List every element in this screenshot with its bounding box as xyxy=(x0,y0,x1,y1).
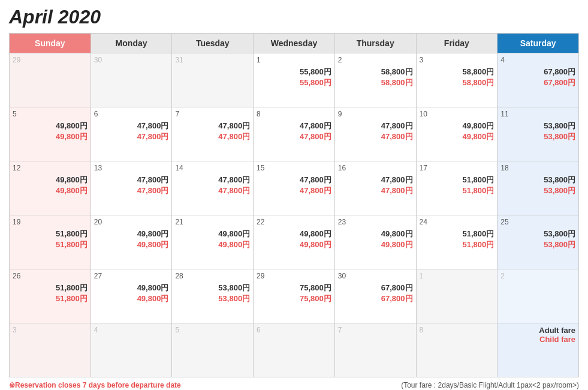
day-number: 19 xyxy=(13,218,88,226)
child-fare: 75,800円 xyxy=(257,293,331,304)
child-fare: 49,800円 xyxy=(94,239,169,250)
day-number: 8 xyxy=(257,110,331,118)
calendar-cell: 2249,800円49,800円 xyxy=(254,215,335,269)
calendar-cell: 1249,800円49,800円 xyxy=(10,161,91,215)
legend-cell: Adult fareChild fare xyxy=(497,323,579,377)
child-fare: 53,800円 xyxy=(500,239,575,250)
child-fare: 51,800円 xyxy=(420,239,494,250)
child-fare: 49,800円 xyxy=(94,293,169,304)
header-wednesday: Wednesday xyxy=(254,34,335,53)
child-fare: 53,800円 xyxy=(500,185,575,196)
day-number: 13 xyxy=(94,164,169,172)
day-number: 4 xyxy=(500,56,575,64)
day-number: 5 xyxy=(175,326,250,334)
calendar-cell: 2451,800円51,800円 xyxy=(416,215,497,269)
child-fare: 49,800円 xyxy=(13,131,88,142)
day-number: 17 xyxy=(420,164,494,172)
adult-fare: 53,800円 xyxy=(500,229,575,239)
child-fare: 49,800円 xyxy=(257,239,331,250)
calendar-cell: 358,800円58,800円 xyxy=(416,53,497,107)
calendar-cell: 2651,800円51,800円 xyxy=(10,269,91,323)
child-fare: 55,800円 xyxy=(257,77,331,88)
calendar-cell: 947,800円47,800円 xyxy=(334,107,416,161)
child-fare: 49,800円 xyxy=(13,185,88,196)
adult-fare: 51,800円 xyxy=(420,175,494,185)
child-fare: 58,800円 xyxy=(338,77,413,88)
adult-fare: 67,800円 xyxy=(338,283,413,293)
day-number: 26 xyxy=(13,272,88,280)
day-number: 2 xyxy=(338,56,413,64)
adult-fare: 58,800円 xyxy=(338,67,413,77)
month-title: April 2020 xyxy=(9,6,579,28)
day-number: 8 xyxy=(420,326,494,334)
header-thursday: Thursday xyxy=(334,34,416,53)
adult-fare: 53,800円 xyxy=(500,121,575,131)
child-fare: 47,800円 xyxy=(257,131,331,142)
child-fare: 49,800円 xyxy=(420,131,494,142)
day-number: 31 xyxy=(175,56,250,64)
adult-fare: 47,800円 xyxy=(257,121,331,131)
day-number: 3 xyxy=(13,326,88,334)
day-number: 29 xyxy=(257,272,331,280)
day-number: 2 xyxy=(500,272,575,280)
header-friday: Friday xyxy=(416,34,497,53)
child-fare: 67,800円 xyxy=(338,293,413,304)
day-number: 6 xyxy=(94,110,169,118)
day-number: 21 xyxy=(175,218,250,226)
adult-fare: 55,800円 xyxy=(257,67,331,77)
adult-fare: 51,800円 xyxy=(13,229,88,239)
calendar-cell: 8 xyxy=(416,323,497,377)
day-number: 1 xyxy=(420,272,494,280)
adult-fare: 58,800円 xyxy=(420,67,494,77)
calendar-cell: 549,800円49,800円 xyxy=(10,107,91,161)
calendar-cell: 2 xyxy=(497,269,579,323)
calendar-cell: 4 xyxy=(91,323,172,377)
adult-fare: 47,800円 xyxy=(257,175,331,185)
calendar-cell: 31 xyxy=(172,53,254,107)
adult-fare: 67,800円 xyxy=(500,67,575,77)
day-number: 15 xyxy=(257,164,331,172)
day-number: 4 xyxy=(94,326,169,334)
child-fare: 53,800円 xyxy=(500,131,575,142)
header-tuesday: Tuesday xyxy=(172,34,254,53)
day-number: 11 xyxy=(500,110,575,118)
adult-fare: 51,800円 xyxy=(13,283,88,293)
child-fare: 67,800円 xyxy=(500,77,575,88)
day-number: 29 xyxy=(13,56,88,64)
day-number: 6 xyxy=(257,326,331,334)
adult-fare: 47,800円 xyxy=(94,121,169,131)
adult-fare: 51,800円 xyxy=(420,229,494,239)
adult-fare: 49,800円 xyxy=(257,229,331,239)
header-sunday: Sunday xyxy=(10,34,91,53)
calendar-cell: 2975,800円75,800円 xyxy=(254,269,335,323)
calendar-cell: 1647,800円47,800円 xyxy=(334,161,416,215)
adult-fare: 49,800円 xyxy=(13,175,88,185)
adult-fare: 49,800円 xyxy=(338,229,413,239)
calendar-cell: 1547,800円47,800円 xyxy=(254,161,335,215)
child-fare: 47,800円 xyxy=(94,131,169,142)
child-fare: 51,800円 xyxy=(13,293,88,304)
calendar-cell: 1 xyxy=(416,269,497,323)
day-number: 7 xyxy=(338,326,413,334)
calendar-cell: 2853,800円53,800円 xyxy=(172,269,254,323)
adult-fare: 53,800円 xyxy=(175,283,250,293)
day-number: 23 xyxy=(338,218,413,226)
adult-fare: 49,800円 xyxy=(420,121,494,131)
calendar-cell: 3 xyxy=(10,323,91,377)
child-fare: 53,800円 xyxy=(175,293,250,304)
calendar-cell: 3067,800円67,800円 xyxy=(334,269,416,323)
calendar-cell: 6 xyxy=(254,323,335,377)
calendar-cell: 1951,800円51,800円 xyxy=(10,215,91,269)
adult-fare: 47,800円 xyxy=(338,121,413,131)
calendar-cell: 1049,800円49,800円 xyxy=(416,107,497,161)
calendar-table: SundayMondayTuesdayWednesdayThursdayFrid… xyxy=(9,33,579,377)
day-number: 22 xyxy=(257,218,331,226)
day-number: 16 xyxy=(338,164,413,172)
child-fare: 47,800円 xyxy=(175,185,250,196)
calendar-cell: 2049,800円49,800円 xyxy=(91,215,172,269)
calendar-cell: 2349,800円49,800円 xyxy=(334,215,416,269)
calendar-cell: 29 xyxy=(10,53,91,107)
adult-fare: 53,800円 xyxy=(500,175,575,185)
child-fare: 51,800円 xyxy=(13,239,88,250)
child-fare: 47,800円 xyxy=(175,131,250,142)
